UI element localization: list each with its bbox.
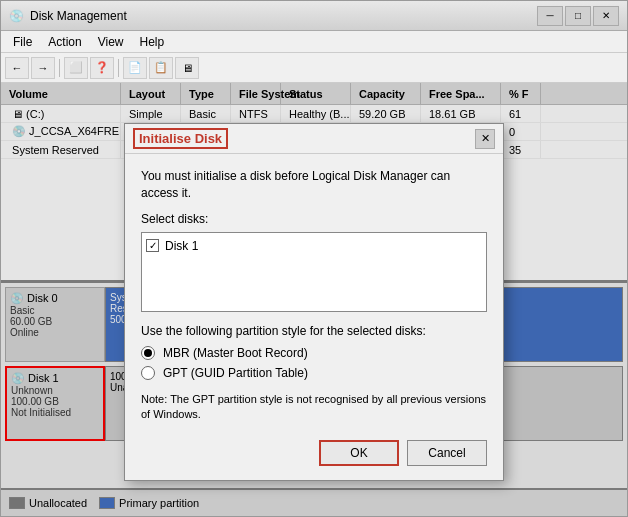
maximize-button[interactable]: □ bbox=[565, 6, 591, 26]
disk-listbox[interactable]: Disk 1 bbox=[141, 232, 487, 312]
menu-view[interactable]: View bbox=[90, 33, 132, 51]
menu-help[interactable]: Help bbox=[132, 33, 173, 51]
menu-bar: File Action View Help bbox=[1, 31, 627, 53]
back-button[interactable]: ← bbox=[5, 57, 29, 79]
minimize-button[interactable]: ─ bbox=[537, 6, 563, 26]
main-window: 💿 Disk Management ─ □ ✕ File Action View… bbox=[0, 0, 628, 517]
radio-gpt[interactable]: GPT (GUID Partition Table) bbox=[141, 366, 487, 380]
radio-mbr[interactable]: MBR (Master Boot Record) bbox=[141, 346, 487, 360]
select-disks-label: Select disks: bbox=[141, 212, 487, 226]
content-area: Volume Layout Type File System Status Ca… bbox=[1, 83, 627, 516]
partition-radio-group: MBR (Master Boot Record) GPT (GUID Parti… bbox=[141, 346, 487, 380]
window-controls: ─ □ ✕ bbox=[537, 6, 619, 26]
close-button[interactable]: ✕ bbox=[593, 6, 619, 26]
toolbar: ← → ⬜ ❓ 📄 📋 🖥 bbox=[1, 53, 627, 83]
menu-file[interactable]: File bbox=[5, 33, 40, 51]
toolbar-btn-5[interactable]: 🖥 bbox=[175, 57, 199, 79]
cancel-button[interactable]: Cancel bbox=[407, 440, 487, 466]
forward-button[interactable]: → bbox=[31, 57, 55, 79]
disk1-label: Disk 1 bbox=[165, 239, 198, 253]
dialog-close-button[interactable]: ✕ bbox=[475, 129, 495, 149]
menu-action[interactable]: Action bbox=[40, 33, 89, 51]
toolbar-btn-4[interactable]: 📋 bbox=[149, 57, 173, 79]
window-title: Disk Management bbox=[30, 9, 127, 23]
title-bar: 💿 Disk Management ─ □ ✕ bbox=[1, 1, 627, 31]
dialog-title-bar: Initialise Disk ✕ bbox=[125, 124, 503, 154]
dialog-body: You must initialise a disk before Logica… bbox=[125, 154, 503, 480]
toolbar-btn-3[interactable]: 📄 bbox=[123, 57, 147, 79]
window-icon: 💿 bbox=[9, 9, 24, 23]
disk1-checkbox[interactable] bbox=[146, 239, 159, 252]
radio-gpt-label: GPT (GUID Partition Table) bbox=[163, 366, 308, 380]
toolbar-separator-1 bbox=[59, 59, 60, 77]
dialog-title: Initialise Disk bbox=[133, 128, 228, 149]
dialog-description: You must initialise a disk before Logica… bbox=[141, 168, 487, 202]
dialog-buttons: OK Cancel bbox=[141, 436, 487, 466]
radio-gpt-button[interactable] bbox=[141, 366, 155, 380]
title-bar-left: 💿 Disk Management bbox=[9, 9, 127, 23]
toolbar-btn-2[interactable]: ❓ bbox=[90, 57, 114, 79]
dialog-note: Note: The GPT partition style is not rec… bbox=[141, 392, 487, 423]
dialog-overlay: Initialise Disk ✕ You must initialise a … bbox=[1, 83, 627, 516]
ok-button[interactable]: OK bbox=[319, 440, 399, 466]
radio-mbr-label: MBR (Master Boot Record) bbox=[163, 346, 308, 360]
partition-label: Use the following partition style for th… bbox=[141, 324, 487, 338]
radio-mbr-button[interactable] bbox=[141, 346, 155, 360]
initialise-disk-dialog: Initialise Disk ✕ You must initialise a … bbox=[124, 123, 504, 481]
toolbar-separator-2 bbox=[118, 59, 119, 77]
toolbar-btn-1[interactable]: ⬜ bbox=[64, 57, 88, 79]
list-item: Disk 1 bbox=[146, 237, 482, 255]
